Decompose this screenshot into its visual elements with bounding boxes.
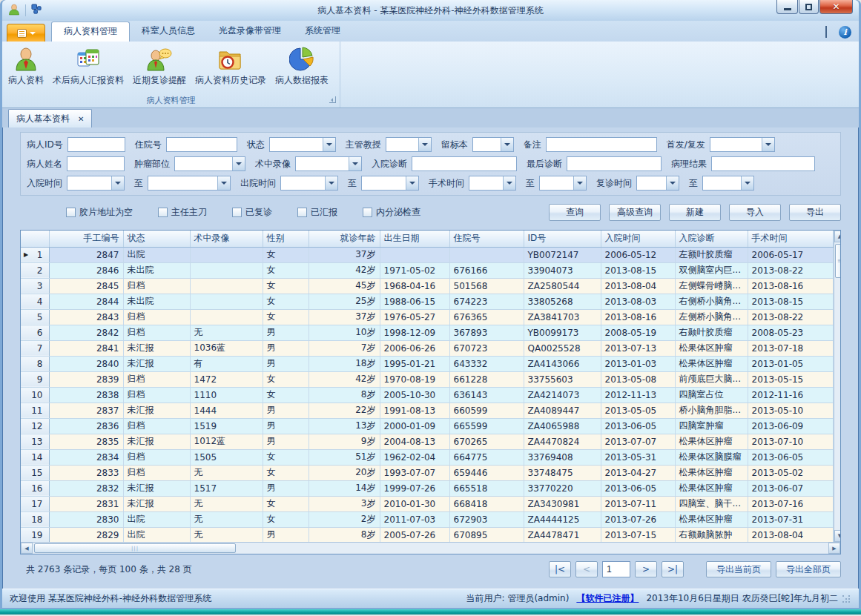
close-button[interactable]: ✕ [819,0,853,14]
table-cell[interactable]: 归档 [123,278,190,294]
table-row[interactable]: 92839归档1472女42岁1970-08-19661228337556032… [21,371,833,387]
row-indicator-cell[interactable]: 9 [21,371,49,387]
table-cell[interactable]: 2013-08-16 [601,309,675,325]
table-cell[interactable]: 2013-05-05 [601,403,675,418]
table-cell[interactable]: 2013-05-31 [601,449,675,465]
export-current-page-button[interactable]: 导出当前页 [706,561,771,577]
table-cell[interactable]: 2836 [49,418,123,434]
checkbox-0[interactable]: 胶片地址为空 [66,206,133,219]
row-indicator-cell[interactable]: ▶1 [21,247,49,262]
table-cell[interactable]: 归档 [123,465,190,480]
table-cell[interactable]: 未汇报 [123,434,190,449]
table-cell[interactable]: ZA4470824 [524,434,601,449]
table-cell[interactable]: 18岁 [309,356,380,371]
filter-combo[interactable] [469,176,516,191]
filter-combo[interactable] [67,176,125,191]
table-cell[interactable]: 女 [263,262,309,278]
table-cell[interactable]: 未汇报 [123,403,190,418]
table-cell[interactable]: 2008-05-23 [748,325,833,340]
filter-combo[interactable] [269,137,336,152]
row-indicator-cell[interactable]: 10 [21,387,49,403]
ribbon-button-4[interactable]: 病人数据报表 [271,44,333,89]
dropdown-button[interactable] [501,138,513,151]
column-header-10[interactable]: 入院诊断 [675,231,748,247]
dropdown-button[interactable] [666,176,679,190]
table-cell[interactable]: 未出院 [123,262,190,278]
table-cell[interactable] [449,247,524,262]
table-cell[interactable]: ZA4089447 [524,403,601,418]
column-header-6[interactable]: 出生日期 [380,231,449,247]
table-cell[interactable]: 无 [190,527,263,542]
table-cell[interactable]: 归档 [123,371,190,387]
dropdown-button[interactable] [232,157,245,170]
table-cell[interactable]: 33769408 [524,449,601,465]
table-cell[interactable]: 归档 [123,387,190,403]
table-cell[interactable]: 归档 [123,309,190,325]
row-indicator-cell[interactable]: 15 [21,465,49,480]
table-cell[interactable]: 出院 [123,247,190,262]
table-cell[interactable]: 松果体区肿瘤 [675,480,748,496]
table-cell[interactable]: 女 [263,294,309,309]
table-cell[interactable]: 2013-08-03 [601,294,675,309]
table-cell[interactable]: 665518 [449,480,524,496]
filter-combo[interactable] [636,176,679,191]
filter-combo[interactable] [539,176,587,191]
table-cell[interactable]: 2005-10-30 [380,387,449,403]
table-cell[interactable]: 2837 [49,403,123,418]
table-cell[interactable]: 14岁 [309,480,380,496]
table-cell[interactable]: 无 [190,511,263,527]
table-cell[interactable]: 2013-06-07 [748,480,833,496]
table-cell[interactable]: 女 [263,465,309,480]
column-header-11[interactable]: 手术时间 [748,231,833,247]
table-cell[interactable]: 2013-07-07 [601,434,675,449]
table-cell[interactable]: 右颞叶胶质瘤 [675,325,748,340]
table-cell[interactable]: 2013-06-05 [601,480,675,496]
table-cell[interactable]: 松果体区肿瘤 [675,511,748,527]
table-cell[interactable]: 1995-01-21 [380,356,449,371]
row-indicator-cell[interactable]: 12 [21,418,49,434]
ribbon-button-3[interactable]: 病人资料历史记录 [191,44,271,89]
table-cell[interactable] [190,262,263,278]
column-header-9[interactable]: 入院时间 [601,231,675,247]
table-cell[interactable]: 2831 [49,496,123,511]
collapse-ribbon-icon[interactable] [825,27,827,38]
minimize-button[interactable] [776,0,798,14]
table-cell[interactable]: 1012蓝 [190,434,263,449]
table-cell[interactable]: 670265 [449,434,524,449]
row-indicator-cell[interactable]: 18 [21,511,49,527]
advanced-query-button[interactable]: 高级查询 [609,204,661,221]
table-cell[interactable]: 33770220 [524,480,601,496]
ribbon-button-1[interactable]: 术后病人汇报资料 [48,44,128,89]
ribbon-button-0[interactable]: 病人资料 [4,44,48,89]
table-row[interactable]: 152833归档无女20岁1993-07-0765944633748475201… [21,465,833,480]
row-indicator-cell[interactable]: 3 [21,278,49,294]
table-row[interactable]: 172831未汇报无女3岁2010-01-30668418ZA343098120… [21,496,833,511]
table-cell[interactable]: 2012-11-16 [748,387,833,403]
checkbox-4[interactable]: 内分泌检查 [363,206,420,219]
table-cell[interactable]: 1993-07-07 [380,465,449,480]
checkbox-1[interactable]: 主任主刀 [158,206,207,219]
table-row[interactable]: 82840未汇报有男18岁1995-01-21643332ZA414306620… [21,356,833,371]
table-cell[interactable]: 2840 [49,356,123,371]
table-cell[interactable]: 2013-06-05 [748,449,833,465]
row-indicator-cell[interactable]: 6 [21,325,49,340]
table-cell[interactable]: 出院 [123,527,190,542]
table-cell[interactable]: 672903 [449,511,524,527]
table-cell[interactable]: 1444 [190,403,263,418]
table-cell[interactable]: 2844 [49,294,123,309]
filter-combo[interactable] [174,156,245,171]
table-cell[interactable]: 男 [263,480,309,496]
dropdown-button[interactable] [762,138,774,151]
table-cell[interactable]: 有 [190,356,263,371]
table-cell[interactable]: 2013-08-04 [601,278,675,294]
table-cell[interactable]: 左侧蝶骨嵴脑... [675,278,748,294]
last-page-button[interactable]: >| [662,561,684,577]
table-cell[interactable]: 2833 [49,465,123,480]
row-indicator-cell[interactable]: 8 [21,356,49,371]
table-cell[interactable]: 归档 [123,325,190,340]
table-cell[interactable]: 2013-04-27 [601,465,675,480]
table-cell[interactable]: 33805268 [524,294,601,309]
table-cell[interactable]: 664775 [449,449,524,465]
page-input[interactable] [602,561,630,577]
table-cell[interactable]: 2006-05-12 [601,247,675,262]
